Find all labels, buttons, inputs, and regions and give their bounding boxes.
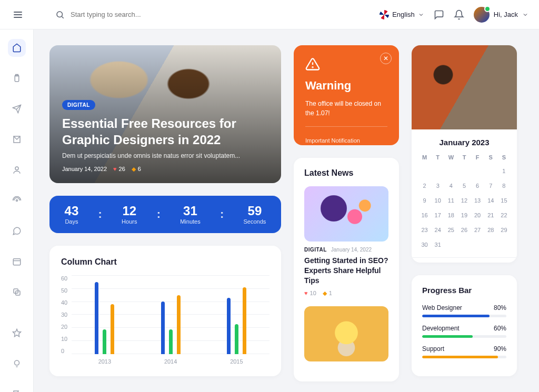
- comment-icon: ◆: [132, 166, 136, 173]
- user-label: Hi, Jack: [494, 11, 518, 18]
- nav-flag[interactable]: [8, 385, 26, 392]
- chart-bar[interactable]: [235, 324, 238, 355]
- user-menu[interactable]: Hi, Jack: [474, 7, 528, 23]
- calendar-day[interactable]: 12: [458, 194, 470, 207]
- nav-copy[interactable]: [8, 283, 26, 301]
- hero-meta: January 14, 2022 ♥26 ◆6: [62, 166, 268, 173]
- close-button[interactable]: ✕: [380, 53, 392, 64]
- heart-icon: ♥: [113, 166, 117, 172]
- bell-icon[interactable]: [454, 9, 464, 20]
- calendar-day[interactable]: 26: [458, 224, 470, 236]
- calendar-day[interactable]: 5: [458, 179, 470, 192]
- progress-row: Web Designer80%: [422, 304, 506, 317]
- nav-send[interactable]: [8, 100, 26, 118]
- nav-mail[interactable]: [8, 130, 26, 148]
- avatar: [474, 7, 490, 23]
- news-image: [304, 306, 388, 361]
- warning-title: Warning: [305, 79, 387, 93]
- nav-user[interactable]: [8, 161, 26, 179]
- calendar-day[interactable]: 6: [472, 179, 483, 192]
- calendar-day[interactable]: 8: [498, 179, 510, 192]
- news-item[interactable]: DIGITALJanuary 14, 2022 Getting Started …: [304, 186, 388, 297]
- svg-line-1: [62, 16, 63, 18]
- calendar-day[interactable]: 29: [498, 224, 510, 236]
- news-card: Latest News DIGITALJanuary 14, 2022 Gett…: [294, 158, 399, 381]
- cd-days: 43: [65, 204, 79, 218]
- calendar-day[interactable]: 15: [498, 194, 510, 207]
- nav-star[interactable]: [8, 324, 26, 342]
- chart-bar[interactable]: [111, 304, 114, 354]
- heart-icon: ♥: [304, 290, 308, 296]
- nav-broadcast[interactable]: [8, 192, 26, 209]
- calendar-day[interactable]: 7: [485, 179, 496, 192]
- calendar-day[interactable]: 31: [432, 238, 443, 251]
- calendar-day[interactable]: 9: [419, 194, 430, 207]
- chat-icon[interactable]: [434, 9, 444, 20]
- calendar-day[interactable]: 17: [432, 209, 443, 222]
- news-item[interactable]: [304, 306, 388, 361]
- sidebar: [0, 29, 34, 392]
- language-selector[interactable]: English: [380, 10, 424, 19]
- progress-card: Progress Bar Web Designer80%Development6…: [412, 275, 517, 376]
- chart-bar[interactable]: [103, 329, 106, 355]
- calendar-day[interactable]: 2: [419, 179, 430, 192]
- nav-calendar[interactable]: [8, 253, 26, 270]
- chart-bar[interactable]: [169, 329, 173, 355]
- calendar-footer[interactable]: Jan: [412, 257, 517, 263]
- chart-card: Column Chart 6050403020100 201320142015: [49, 246, 281, 376]
- calendar-day[interactable]: 23: [419, 224, 430, 236]
- warning-message: The office will be closed on the 1.07!: [305, 99, 387, 127]
- calendar-day[interactable]: 4: [445, 179, 456, 192]
- search-input[interactable]: [71, 11, 207, 18]
- calendar-day[interactable]: 19: [458, 209, 470, 222]
- calendar-day[interactable]: 24: [432, 224, 443, 236]
- calendar-day[interactable]: 22: [498, 209, 510, 222]
- chart-bar[interactable]: [243, 287, 246, 355]
- nav-clipboard[interactable]: [8, 69, 26, 87]
- search-icon: [55, 9, 65, 20]
- nav-message[interactable]: [8, 222, 26, 240]
- calendar-day: [445, 165, 456, 177]
- svg-point-0: [57, 12, 63, 17]
- top-bar: English Hi, Jack: [0, 0, 539, 29]
- nav-bulb[interactable]: [8, 355, 26, 373]
- chart-bar[interactable]: [227, 298, 231, 355]
- warning-card: ✕ Warning The office will be closed on t…: [294, 45, 399, 145]
- calendar-day: [432, 165, 443, 177]
- hero-subtitle: Dem ut perspiciatis unde omnis iste natu…: [62, 152, 268, 159]
- chart-bar[interactable]: [177, 295, 181, 355]
- calendar-day[interactable]: 3: [432, 179, 443, 192]
- calendar-day[interactable]: 20: [472, 209, 483, 222]
- alert-icon: [305, 57, 387, 74]
- calendar-day[interactable]: 16: [419, 209, 430, 222]
- calendar-day[interactable]: 30: [419, 238, 430, 251]
- nav-home[interactable]: [8, 39, 26, 57]
- calendar-day: [485, 238, 496, 251]
- calendar-card: January 2023 MTWTFSS12345678910111213141…: [412, 45, 517, 263]
- progress-pct: 80%: [494, 304, 506, 311]
- calendar-dow: F: [472, 152, 483, 163]
- main-content: DIGITAL Essential Free Resources for Gra…: [34, 29, 539, 392]
- svg-point-6: [16, 200, 17, 202]
- calendar-day[interactable]: 25: [445, 224, 456, 236]
- chart-bar[interactable]: [95, 282, 98, 355]
- calendar-day[interactable]: 18: [445, 209, 456, 222]
- hero-badge: DIGITAL: [62, 100, 95, 110]
- hero-likes: 26: [119, 166, 125, 172]
- calendar-day[interactable]: 28: [485, 224, 496, 236]
- calendar-day: [458, 165, 470, 177]
- hero-card[interactable]: DIGITAL Essential Free Resources for Gra…: [49, 45, 281, 183]
- calendar-day[interactable]: 1: [498, 165, 510, 177]
- calendar-day[interactable]: 21: [485, 209, 496, 222]
- hero-comments: 6: [138, 166, 141, 172]
- calendar-day[interactable]: 14: [485, 194, 496, 207]
- calendar-day[interactable]: 11: [445, 194, 456, 207]
- calendar-day: [498, 238, 510, 251]
- calendar-day[interactable]: 27: [472, 224, 483, 236]
- menu-toggle-button[interactable]: [11, 8, 25, 21]
- calendar-day[interactable]: 10: [432, 194, 443, 207]
- svg-point-5: [15, 167, 18, 170]
- chart-bar[interactable]: [161, 301, 165, 354]
- calendar-day[interactable]: 13: [472, 194, 483, 207]
- progress-row: Support90%: [422, 345, 506, 358]
